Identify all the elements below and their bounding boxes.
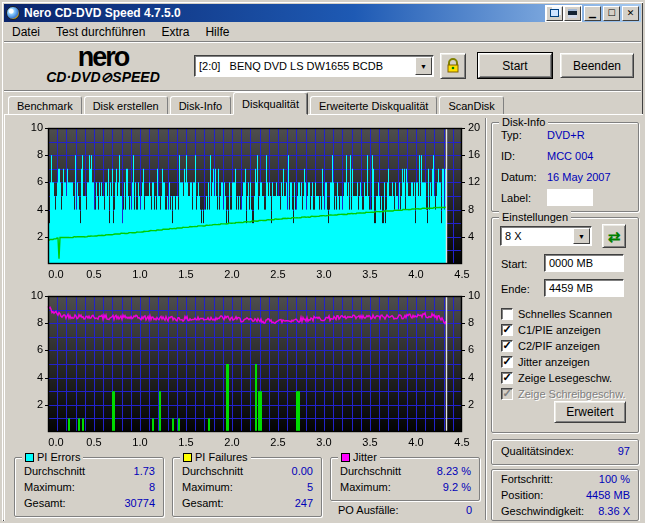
start-button-label: Start — [502, 59, 527, 73]
speed-select-value: 8 X — [501, 230, 572, 242]
start-field[interactable]: 0000 MB — [544, 254, 624, 272]
quit-button-label: Beenden — [573, 59, 621, 73]
capture-button[interactable] — [546, 6, 563, 21]
checkbox-schnelles-scannen[interactable]: Schnelles Scannen — [501, 306, 612, 321]
floppy-icon — [568, 9, 577, 18]
speed-value: 8.36 X — [598, 505, 630, 517]
save-button[interactable] — [564, 6, 581, 21]
pi-failures-legend-swatch — [183, 453, 192, 462]
app-window: Nero CD-DVD Speed 4.7.5.0 ▁ ☐ ✕ Datei Te… — [0, 0, 645, 523]
window-title: Nero CD-DVD Speed 4.7.5.0 — [24, 6, 181, 20]
pif-avg-value: 0.00 — [292, 465, 313, 477]
jitter-legend-swatch — [341, 453, 350, 462]
pi-errors-box: PI Errors Durchschnitt1.73 Maximum:8 Ges… — [14, 457, 164, 517]
ende-field-value: 4459 MB — [549, 282, 593, 294]
quality-index-label: Qualitätsindex: — [501, 445, 574, 457]
nero-logo: nero CD·DVD⊘SPEED — [18, 46, 188, 85]
tab-scandisk[interactable]: ScanDisk — [439, 96, 503, 115]
checkbox-label: C1/PIE anzeigen — [518, 324, 601, 336]
tab-disk-erstellen[interactable]: Disk erstellen — [84, 96, 168, 115]
checkbox-box[interactable]: ✓ — [501, 356, 513, 368]
chevron-down-icon[interactable]: ▼ — [573, 228, 590, 244]
progress-box: Fortschritt:100 % Position:4458 MB Gesch… — [491, 469, 639, 521]
pi-failures-box-title: PI Failures — [180, 451, 251, 463]
chevron-down-icon[interactable]: ▼ — [415, 57, 432, 75]
settings-box: Einstellungen 8 X ▼ ⇄ Start: 0000 MB End… — [491, 217, 639, 433]
pie-max-label: Maximum: — [24, 481, 75, 493]
nero-logo-text: nero — [18, 46, 188, 69]
menu-test-durchfuehren[interactable]: Test durchführen — [48, 23, 153, 41]
close-button[interactable]: ✕ — [622, 6, 639, 21]
tab-erweiterte-diskqualitaet[interactable]: Erweiterte Diskqualität — [310, 96, 437, 115]
checkbox-c1-pie-anzeigen[interactable]: ✓C1/PIE anzeigen — [501, 322, 601, 337]
refresh-button[interactable]: ⇄ — [602, 224, 626, 248]
pi-errors-legend-swatch — [25, 453, 34, 462]
drive-select-value: [2:0] BENQ DVD LS DW1655 BCDB — [195, 60, 414, 72]
tab-disk-info[interactable]: Disk-Info — [170, 96, 231, 115]
maximize-button[interactable]: ☐ — [603, 6, 620, 21]
pie-avg-label: Durchschnitt — [24, 465, 85, 477]
jitter-avg-label: Durchschnitt — [340, 465, 401, 477]
checkbox-label: Schnelles Scannen — [518, 308, 612, 320]
jitter-max-label: Maximum: — [340, 481, 391, 493]
speed-label: Geschwindigkeit: — [501, 505, 584, 517]
progress-value: 100 % — [599, 473, 630, 485]
start-field-label: Start: — [501, 258, 527, 270]
checkbox-zeige-schreibgeschw-: ✓Zeige Schreibgeschw. — [501, 386, 626, 401]
ende-field-label: Ende: — [501, 283, 530, 295]
tab-bar: Benchmark Disk erstellen Disk-Info Diskq… — [8, 92, 638, 115]
speed-select[interactable]: 8 X ▼ — [500, 226, 592, 246]
quality-index-value: 97 — [618, 445, 630, 457]
checkbox-label: Zeige Schreibgeschw. — [518, 388, 626, 400]
quit-button[interactable]: Beenden — [560, 53, 634, 78]
start-field-value: 0000 MB — [549, 257, 593, 269]
pi-errors-chart — [10, 115, 487, 283]
checkbox-box[interactable] — [501, 308, 513, 320]
disk-datum-label: Datum: — [501, 171, 536, 183]
settings-title: Einstellungen — [499, 211, 571, 223]
advanced-button[interactable]: Erweitert — [554, 401, 626, 423]
po-failures-label: PO Ausfälle: — [338, 504, 399, 516]
po-failures-row: PO Ausfälle: 0 — [338, 504, 472, 516]
pie-max-value: 8 — [149, 481, 155, 493]
drive-select[interactable]: [2:0] BENQ DVD LS DW1655 BCDB ▼ — [194, 55, 434, 77]
pie-total-label: Gesamt: — [24, 497, 66, 509]
disk-typ-value: DVD+R — [547, 129, 585, 141]
pif-avg-label: Durchschnitt — [182, 465, 243, 477]
jitter-box: Jitter Durchschnitt8.23 % Maximum:9.2 % — [330, 457, 480, 501]
minimize-button[interactable]: ▁ — [584, 6, 601, 21]
cdspeed-logo-text: CD·DVD⊘SPEED — [18, 69, 188, 85]
ende-field[interactable]: 4459 MB — [544, 279, 624, 297]
pie-avg-value: 1.73 — [134, 465, 155, 477]
advanced-button-label: Erweitert — [566, 405, 613, 419]
menu-datei[interactable]: Datei — [4, 23, 48, 41]
checkbox-jitter-anzeigen[interactable]: ✓Jitter anzeigen — [501, 354, 590, 369]
position-value: 4458 MB — [586, 489, 630, 501]
tab-benchmark[interactable]: Benchmark — [8, 96, 82, 115]
menu-hilfe[interactable]: Hilfe — [197, 23, 237, 41]
menu-extra[interactable]: Extra — [153, 23, 197, 41]
checkbox-c2-pif-anzeigen[interactable]: ✓C2/PIF anzeigen — [501, 338, 600, 353]
checkbox-label: C2/PIF anzeigen — [518, 340, 600, 352]
pif-total-value: 247 — [295, 497, 313, 509]
book-icon — [550, 9, 559, 17]
disk-info-title: Disk-Info — [499, 116, 548, 128]
checkbox-box[interactable]: ✓ — [501, 340, 513, 352]
drive-eject-button[interactable] — [440, 53, 466, 79]
pif-max-label: Maximum: — [182, 481, 233, 493]
jitter-pif-chart — [10, 283, 487, 451]
disk-typ-label: Typ: — [501, 129, 522, 141]
start-button[interactable]: Start — [478, 53, 552, 78]
pie-total-value: 30774 — [124, 497, 155, 509]
disk-label-label: Label: — [501, 192, 531, 204]
refresh-icon: ⇄ — [608, 229, 621, 244]
checkbox-box: ✓ — [501, 388, 513, 400]
tab-diskqualitaet[interactable]: Diskqualität — [233, 92, 308, 115]
checkbox-box[interactable]: ✓ — [501, 324, 513, 336]
menu-bar: Datei Test durchführen Extra Hilfe — [4, 22, 641, 42]
title-bar[interactable]: Nero CD-DVD Speed 4.7.5.0 ▁ ☐ ✕ — [4, 4, 641, 22]
checkbox-zeige-lesegeschw-[interactable]: ✓Zeige Lesegeschw. — [501, 370, 612, 385]
checkbox-box[interactable]: ✓ — [501, 372, 513, 384]
app-icon — [6, 6, 20, 20]
pi-failures-box: PI Failures Durchschnitt0.00 Maximum:5 G… — [172, 457, 322, 517]
